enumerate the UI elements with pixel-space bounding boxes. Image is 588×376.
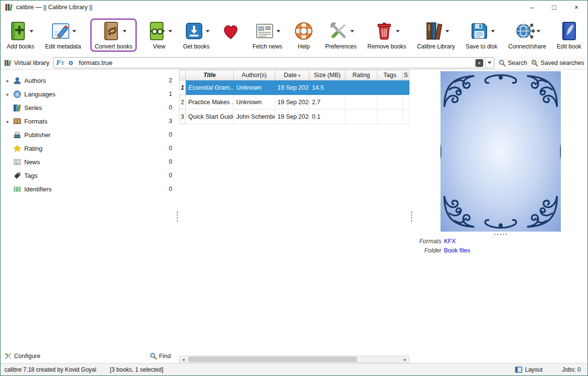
sidebar-splitter[interactable] bbox=[176, 70, 179, 363]
add-books-button[interactable]: Add books bbox=[5, 18, 36, 52]
sidebar-item-authors[interactable]: ▸ Authors 2 bbox=[0, 74, 176, 87]
calibre-library-button[interactable]: Calibre Library bbox=[416, 18, 457, 52]
book-row[interactable]: 3 Quick Start Guide John Schember 19 Sep… bbox=[180, 110, 409, 124]
get-books-button[interactable]: Get books bbox=[181, 18, 211, 52]
find-button[interactable]: Find bbox=[149, 352, 171, 360]
remove-books-button[interactable]: Remove books bbox=[366, 18, 408, 52]
preferences-button[interactable]: Preferences bbox=[324, 18, 358, 52]
expander-icon[interactable]: ▸ bbox=[5, 119, 10, 124]
cover-resize-grip[interactable] bbox=[413, 232, 588, 238]
expander-icon[interactable]: ▸ bbox=[5, 78, 10, 83]
connect-share-button[interactable]: Connect/share bbox=[507, 18, 548, 52]
close-button[interactable]: × bbox=[565, 0, 588, 14]
sidebar-item-tags[interactable]: Tags 0 bbox=[0, 169, 176, 182]
sidebar-item-news[interactable]: News 0 bbox=[0, 155, 176, 169]
cell-title[interactable]: Essential Gram... bbox=[186, 80, 234, 95]
cell-authors[interactable]: Unknown bbox=[234, 95, 275, 110]
sidebar-item-publisher[interactable]: Publisher 0 bbox=[0, 128, 176, 141]
search-box[interactable]: FT × bbox=[53, 57, 494, 68]
format-kfx-link[interactable]: KFX bbox=[444, 238, 456, 245]
column-header-rating[interactable]: Rating bbox=[345, 70, 377, 80]
book-row[interactable]: 1 Essential Gram... Unknown 19 Sep 2024 … bbox=[180, 80, 409, 95]
cell-title[interactable]: Practice Makes ... bbox=[186, 95, 234, 110]
title-bar[interactable]: calibre — || Calibre Library || – □ × bbox=[0, 0, 588, 14]
scroll-right-icon[interactable]: ▸ bbox=[401, 356, 409, 362]
dropdown-arrow-icon[interactable] bbox=[206, 30, 210, 32]
dropdown-arrow-icon[interactable] bbox=[277, 30, 280, 32]
column-header-series[interactable]: S bbox=[403, 70, 409, 80]
horizontal-scrollbar[interactable]: ◂ ▸ bbox=[179, 356, 409, 363]
dropdown-arrow-icon[interactable] bbox=[396, 30, 400, 32]
cell-tags[interactable] bbox=[377, 95, 403, 110]
save-to-disk-button[interactable]: Save to disk bbox=[464, 18, 499, 52]
view-icon bbox=[146, 20, 167, 42]
dropdown-arrow-icon[interactable] bbox=[491, 30, 495, 32]
virtual-library-button[interactable]: Virtual library bbox=[4, 59, 49, 67]
help-button[interactable]: Help bbox=[292, 18, 316, 52]
save-to-disk-icon bbox=[469, 20, 490, 42]
cell-authors[interactable]: Unknown bbox=[234, 80, 275, 95]
cell-rating[interactable] bbox=[345, 95, 377, 110]
expander-icon[interactable]: ▸ bbox=[5, 92, 10, 97]
scroll-left-icon[interactable]: ◂ bbox=[180, 356, 187, 362]
scrollbar-track[interactable] bbox=[187, 356, 401, 362]
search-input[interactable] bbox=[79, 59, 475, 66]
fulltext-search-icon[interactable]: FT bbox=[56, 59, 65, 67]
cell-title[interactable]: Quick Start Guide bbox=[186, 110, 234, 124]
fetch-news-button[interactable]: Fetch news bbox=[251, 18, 283, 52]
cell-authors[interactable]: John Schember bbox=[234, 110, 275, 124]
sidebar-item-formats[interactable]: ▸ Formats 3 bbox=[0, 114, 176, 128]
column-header-title[interactable]: Title bbox=[186, 70, 234, 80]
dropdown-arrow-icon[interactable] bbox=[123, 30, 127, 32]
cell-size[interactable]: 2.7 bbox=[310, 95, 345, 110]
dropdown-arrow-icon[interactable] bbox=[72, 30, 76, 32]
cell-rating[interactable] bbox=[345, 110, 377, 124]
column-header-date-label: Date bbox=[284, 72, 296, 78]
edit-metadata-button[interactable]: Edit metadata bbox=[44, 18, 82, 52]
convert-books-button[interactable]: Convert books bbox=[90, 18, 136, 52]
dropdown-arrow-icon[interactable] bbox=[350, 30, 354, 32]
cell-series[interactable] bbox=[403, 110, 409, 124]
search-button[interactable]: Search bbox=[498, 59, 527, 67]
cell-date[interactable]: 19 Sep 2024 bbox=[275, 95, 310, 110]
details-splitter[interactable] bbox=[409, 70, 413, 363]
maximize-button[interactable]: □ bbox=[543, 0, 565, 14]
cell-size[interactable]: 14.5 bbox=[310, 80, 345, 95]
cell-tags[interactable] bbox=[377, 110, 403, 124]
cell-series[interactable] bbox=[403, 80, 409, 95]
book-cover[interactable] bbox=[441, 71, 561, 232]
sidebar-item-series[interactable]: Series 0 bbox=[0, 101, 176, 114]
cell-rating[interactable] bbox=[345, 80, 377, 95]
clear-search-icon[interactable]: × bbox=[475, 59, 483, 67]
sidebar-item-languages[interactable]: ▸ A Languages 1 bbox=[0, 87, 176, 101]
column-header-authors[interactable]: Author(s) bbox=[234, 70, 275, 80]
sidebar-item-rating[interactable]: Rating 0 bbox=[0, 141, 176, 155]
saved-searches-button[interactable]: Saved searches bbox=[531, 59, 584, 67]
jobs-indicator[interactable]: Jobs: 0 bbox=[562, 366, 581, 373]
cell-date[interactable]: 19 Sep 2024 bbox=[275, 80, 310, 95]
edit-book-button[interactable]: Edit book bbox=[555, 18, 583, 52]
minimize-button[interactable]: – bbox=[521, 0, 543, 14]
configure-button[interactable]: Configure bbox=[4, 352, 40, 360]
layout-button[interactable]: Layout bbox=[515, 366, 542, 374]
dropdown-arrow-icon[interactable] bbox=[168, 30, 172, 32]
book-row[interactable]: 2 Practice Makes ... Unknown 19 Sep 2024… bbox=[180, 95, 409, 110]
dropdown-arrow-icon[interactable] bbox=[445, 30, 449, 32]
advanced-search-gear-icon[interactable] bbox=[67, 59, 75, 67]
series-icon bbox=[13, 104, 21, 112]
folder-link[interactable]: Book files bbox=[444, 247, 470, 254]
sidebar-item-identifiers[interactable]: Identifiers 0 bbox=[0, 182, 176, 196]
dropdown-arrow-icon[interactable] bbox=[30, 30, 33, 32]
column-header-tags[interactable]: Tags bbox=[377, 70, 403, 80]
cell-size[interactable]: 0.1 bbox=[310, 110, 345, 124]
cell-tags[interactable] bbox=[377, 80, 403, 95]
scrollbar-thumb[interactable] bbox=[188, 357, 357, 362]
view-button[interactable]: View bbox=[145, 18, 174, 52]
column-header-size[interactable]: Size (MB) bbox=[310, 70, 345, 80]
donate-button[interactable] bbox=[219, 18, 243, 52]
dropdown-arrow-icon[interactable] bbox=[537, 30, 540, 32]
column-header-date[interactable]: Date▾ bbox=[275, 70, 310, 80]
cell-date[interactable]: 19 Sep 2024 bbox=[275, 110, 310, 124]
cell-series[interactable] bbox=[403, 95, 409, 110]
search-history-dropdown-icon[interactable] bbox=[485, 58, 494, 68]
